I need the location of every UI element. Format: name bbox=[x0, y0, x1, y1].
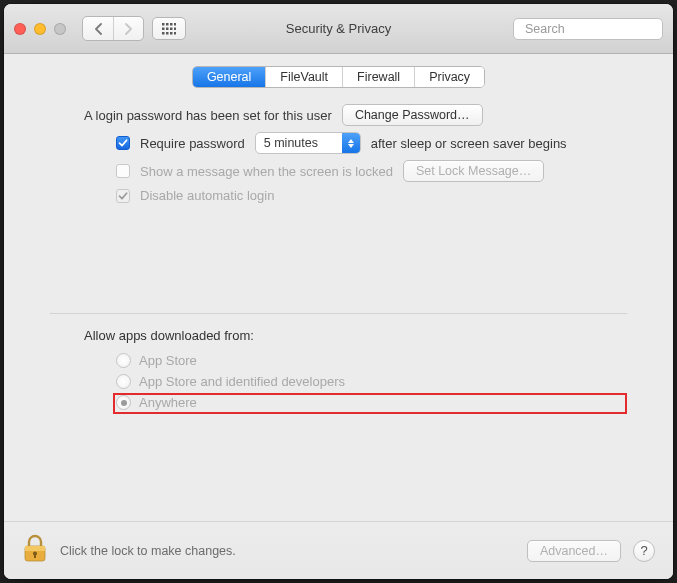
radio-identified-label: App Store and identified developers bbox=[139, 374, 345, 389]
tab-bar: General FileVault Firewall Privacy bbox=[4, 54, 673, 104]
lock-icon[interactable] bbox=[22, 534, 48, 567]
svg-rect-0 bbox=[162, 23, 165, 26]
svg-rect-1 bbox=[166, 23, 169, 26]
anywhere-highlight: Anywhere bbox=[113, 393, 627, 414]
radio-app-store bbox=[116, 353, 131, 368]
svg-rect-7 bbox=[174, 27, 176, 30]
svg-rect-2 bbox=[170, 23, 173, 26]
separator bbox=[50, 313, 627, 314]
general-pane: A login password has been set for this u… bbox=[4, 104, 673, 414]
svg-rect-17 bbox=[34, 554, 36, 558]
change-password-button[interactable]: Change Password… bbox=[342, 104, 483, 126]
forward-button[interactable] bbox=[113, 17, 143, 40]
disable-autologin-checkbox bbox=[116, 189, 130, 203]
svg-rect-6 bbox=[170, 27, 173, 30]
chevron-right-icon bbox=[124, 23, 133, 35]
grid-icon bbox=[162, 23, 176, 35]
svg-rect-11 bbox=[174, 32, 176, 35]
require-password-delay-value: 5 minutes bbox=[264, 136, 318, 150]
check-icon bbox=[118, 138, 128, 148]
svg-rect-4 bbox=[162, 27, 165, 30]
radio-identified bbox=[116, 374, 131, 389]
nav-back-forward bbox=[82, 16, 144, 41]
disable-autologin-label: Disable automatic login bbox=[140, 188, 274, 203]
show-message-checkbox bbox=[116, 164, 130, 178]
svg-rect-3 bbox=[174, 23, 176, 26]
check-icon bbox=[118, 191, 128, 201]
svg-rect-9 bbox=[166, 32, 169, 35]
radio-anywhere-label: Anywhere bbox=[139, 395, 197, 410]
lock-text: Click the lock to make changes. bbox=[60, 544, 236, 558]
show-all-button[interactable] bbox=[152, 17, 186, 40]
zoom-button[interactable] bbox=[54, 23, 66, 35]
back-button[interactable] bbox=[83, 17, 113, 40]
footer: Click the lock to make changes. Advanced… bbox=[4, 521, 673, 579]
svg-rect-5 bbox=[166, 27, 169, 30]
svg-rect-8 bbox=[162, 32, 165, 35]
search-input[interactable] bbox=[525, 22, 673, 36]
close-button[interactable] bbox=[14, 23, 26, 35]
minimize-button[interactable] bbox=[34, 23, 46, 35]
chevron-left-icon bbox=[94, 23, 103, 35]
svg-rect-10 bbox=[170, 32, 173, 35]
popup-arrows-icon bbox=[342, 133, 360, 153]
require-password-suffix: after sleep or screen saver begins bbox=[371, 136, 567, 151]
allow-apps-heading: Allow apps downloaded from: bbox=[50, 328, 627, 343]
tab-filevault[interactable]: FileVault bbox=[265, 67, 342, 87]
tab-privacy[interactable]: Privacy bbox=[414, 67, 484, 87]
tab-firewall[interactable]: Firewall bbox=[342, 67, 414, 87]
require-password-prefix: Require password bbox=[140, 136, 245, 151]
radio-app-store-label: App Store bbox=[139, 353, 197, 368]
login-password-text: A login password has been set for this u… bbox=[84, 108, 332, 123]
show-message-label: Show a message when the screen is locked bbox=[140, 164, 393, 179]
svg-rect-15 bbox=[25, 546, 45, 551]
help-button[interactable]: ? bbox=[633, 540, 655, 562]
advanced-button: Advanced… bbox=[527, 540, 621, 562]
search-field[interactable] bbox=[513, 18, 663, 40]
titlebar: Security & Privacy bbox=[4, 4, 673, 54]
radio-anywhere bbox=[116, 395, 131, 410]
traffic-lights bbox=[14, 23, 66, 35]
tab-general[interactable]: General bbox=[193, 67, 265, 87]
allow-apps-radio-group: App Store App Store and identified devel… bbox=[50, 353, 627, 414]
set-lock-message-button: Set Lock Message… bbox=[403, 160, 544, 182]
require-password-checkbox[interactable] bbox=[116, 136, 130, 150]
require-password-delay-popup[interactable]: 5 minutes bbox=[255, 132, 361, 154]
preferences-window: Security & Privacy General FileVault Fir… bbox=[4, 4, 673, 579]
